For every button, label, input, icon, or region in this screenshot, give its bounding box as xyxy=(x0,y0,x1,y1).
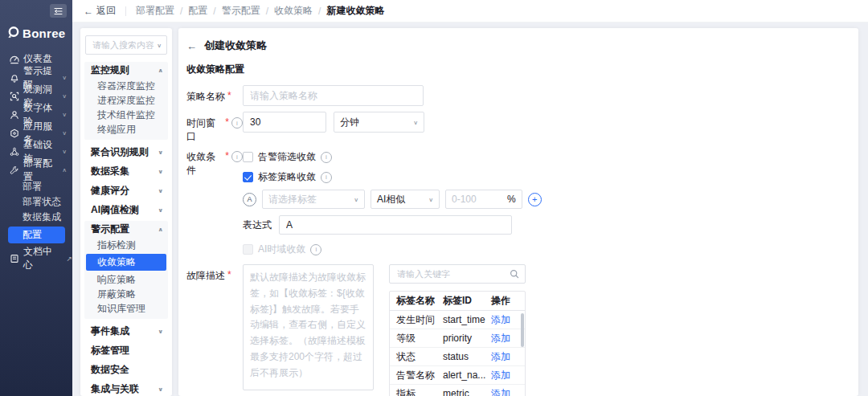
add-tag-link[interactable]: 添加 xyxy=(491,332,520,345)
submenu-group-header[interactable]: 监控规则 ∧ xyxy=(84,62,168,79)
group-label: 监控规则 xyxy=(91,63,129,77)
title-back-arrow-icon[interactable]: ← xyxy=(186,40,197,52)
add-condition-icon[interactable]: + xyxy=(528,193,542,206)
col-header-action: 操作 xyxy=(491,294,520,308)
submenu-item-mask-policy[interactable]: 屏蔽策略 xyxy=(84,287,168,301)
chevron-down-icon: ∨ xyxy=(158,188,164,194)
back-link[interactable]: ← 返回 xyxy=(84,4,116,18)
tag-select[interactable]: 请选择标签 ∨ xyxy=(262,190,365,209)
add-tag-link[interactable]: 添加 xyxy=(491,387,520,396)
field-label: 时间窗口 * i xyxy=(186,112,243,144)
nav-subitem-deploy-status[interactable]: 部署状态 xyxy=(0,194,72,210)
expression-row: 表达式 xyxy=(243,215,542,235)
required-asterisk: * xyxy=(227,90,231,101)
tag-keyword-input[interactable] xyxy=(395,268,510,280)
chevron-down-icon: ∨ xyxy=(157,42,162,48)
submenu-item-knowledge-base[interactable]: 知识库管理 xyxy=(84,301,168,316)
breadcrumb-item[interactable]: 收敛策略 xyxy=(274,4,313,18)
fault-description-left: 获取默认描述 xyxy=(243,264,374,396)
sidebar-collapse-button[interactable] xyxy=(50,4,67,18)
item-label: 技术组件监控 xyxy=(97,108,155,122)
item-label: 容器深度监控 xyxy=(97,80,155,93)
page-title-row: ← 创建收敛策略 xyxy=(186,39,858,53)
add-tag-link[interactable]: 添加 xyxy=(491,313,520,327)
similarity-range-input[interactable] xyxy=(446,194,507,205)
wrench-icon xyxy=(10,165,19,175)
chevron-up-icon: ∧ xyxy=(158,227,164,233)
submenu-item-terminal-app[interactable]: 终端应用 xyxy=(84,122,168,137)
time-unit-select[interactable]: 分钟 ∨ xyxy=(334,112,424,133)
submenu-item-metric-detect[interactable]: 指标检测 xyxy=(84,238,168,252)
breadcrumb-item[interactable]: 部署配置 xyxy=(136,4,174,18)
required-asterisk: * xyxy=(227,269,231,280)
submenu-item-process-monitor[interactable]: 进程深度监控 xyxy=(84,93,168,108)
item-label: 知识库管理 xyxy=(97,302,145,316)
nav-subitem-config-active[interactable]: 配置 xyxy=(8,227,65,243)
add-tag-link[interactable]: 添加 xyxy=(491,350,520,364)
submenu-item-container-monitor[interactable]: 容器深度监控 xyxy=(84,79,168,93)
nav-item-deploy-config[interactable]: 部署配置 ∧ xyxy=(0,161,72,179)
tag-policy-checkbox-checked[interactable] xyxy=(243,172,253,182)
form-row-condition: 收敛条件 * i 告警筛选收敛 i 标签策略收敛 i A 请选择标签 ∨ xyxy=(186,149,858,262)
time-window-input[interactable] xyxy=(243,112,326,133)
submenu-item-convergence-policy-active[interactable]: 收敛策略 xyxy=(86,254,166,271)
nav-subitem-data-integration[interactable]: 数据集成 xyxy=(0,210,72,225)
nav-sublabel: 配置 xyxy=(23,228,42,242)
condition-badge-a: A xyxy=(243,193,256,206)
submenu-group-header[interactable]: 标签管理 xyxy=(84,342,168,359)
required-asterisk: * xyxy=(225,116,229,128)
info-icon[interactable]: i xyxy=(231,151,243,162)
cell-tag-id: status xyxy=(443,351,491,362)
breadcrumb-separator: / xyxy=(180,6,182,17)
policy-name-input[interactable] xyxy=(243,85,424,106)
info-icon[interactable]: i xyxy=(231,117,243,129)
info-icon[interactable]: i xyxy=(321,152,332,163)
nav-sublabel: 数据集成 xyxy=(23,210,61,224)
breadcrumb-current: 新建收敛策略 xyxy=(326,4,384,18)
submenu-group-header[interactable]: 聚合识别规则 ∨ xyxy=(84,144,168,161)
match-method-select[interactable]: AI相似 ∨ xyxy=(371,190,440,209)
alert-filter-checkbox[interactable] xyxy=(243,152,253,162)
section-title: 收敛策略配置 xyxy=(186,63,858,76)
alert-filter-checkbox-row: 告警筛选收敛 i xyxy=(243,149,542,164)
page-title: 创建收敛策略 xyxy=(204,39,267,53)
bonree-logo[interactable]: Bonree xyxy=(6,25,65,41)
form-row-fault-description: 故障描述 * 获取默认描述 标签名称 标签ID 操作 xyxy=(186,264,858,396)
info-icon[interactable]: i xyxy=(321,172,332,183)
submenu-item-response-policy[interactable]: 响应策略 xyxy=(84,272,168,287)
submenu-group-header[interactable]: 数据安全 xyxy=(84,361,168,378)
submenu-group-header[interactable]: 事件集成 ∨ xyxy=(84,323,168,340)
group-label: 健康评分 xyxy=(91,184,129,198)
back-arrow-icon: ← xyxy=(84,6,93,17)
submenu-search[interactable]: ∨ xyxy=(85,35,167,55)
cell-tag-name: 告警名称 xyxy=(390,369,443,382)
info-icon[interactable]: i xyxy=(310,244,321,255)
chevron-down-icon: ∨ xyxy=(158,149,164,156)
table-scrollbar[interactable] xyxy=(521,313,524,347)
add-tag-link[interactable]: 添加 xyxy=(491,369,520,382)
chevron-down-icon: ∨ xyxy=(62,75,67,81)
expression-input[interactable] xyxy=(279,215,512,235)
group-label: 事件集成 xyxy=(91,325,129,338)
submenu-item-tech-component-monitor[interactable]: 技术组件监控 xyxy=(84,108,168,122)
submenu-group-header[interactable]: 集成与关联 ∨ xyxy=(84,381,168,396)
submenu-group-header[interactable]: 警示配置 ∧ xyxy=(84,221,168,238)
submenu-group-header[interactable]: 数据采集 ∨ xyxy=(84,163,168,180)
bell-icon xyxy=(10,73,19,83)
breadcrumb-item[interactable]: 配置 xyxy=(188,4,207,18)
submenu-group-alert-config: 警示配置 ∧ 指标检测 收敛策略 响应策略 屏蔽策略 知识库管理 xyxy=(84,221,168,319)
table-row: 告警名称 alert_na... 添加 xyxy=(390,366,525,385)
cell-tag-id: metric xyxy=(443,388,491,396)
gauge-icon xyxy=(10,55,19,64)
external-link-icon: ↗ xyxy=(66,255,72,263)
submenu-group-header[interactable]: 健康评分 ∨ xyxy=(84,182,168,199)
breadcrumb-item[interactable]: 警示配置 xyxy=(222,4,260,18)
submenu-search-input[interactable] xyxy=(91,39,157,51)
chevron-down-icon: ∨ xyxy=(62,112,67,118)
nav-item-docs-center[interactable]: 文档中心 ↗ xyxy=(0,249,72,267)
nav-subitem-deploy[interactable]: 部署 xyxy=(0,179,72,194)
submenu-item-data-security: 数据安全 xyxy=(84,361,168,378)
submenu-group-header[interactable]: AI阈值检测 ∨ xyxy=(84,202,168,218)
fault-description-textarea[interactable] xyxy=(243,264,374,390)
item-label: 进程深度监控 xyxy=(97,94,155,108)
